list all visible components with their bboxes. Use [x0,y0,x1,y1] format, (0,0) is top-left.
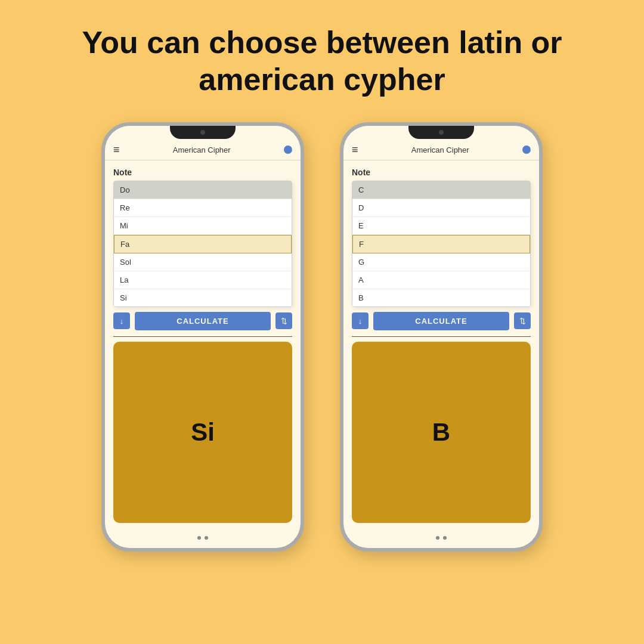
result-box-left: Si [113,342,292,523]
list-item[interactable]: La [114,271,292,289]
scroll-down-btn-right[interactable]: ↓ [352,312,369,329]
notch-dot-right [439,130,444,135]
toggle-left[interactable] [284,145,292,154]
headline-line1: You can choose between latin or [82,25,562,60]
divider-left [113,336,292,337]
list-item[interactable]: D [352,199,530,217]
result-box-right: B [352,342,531,523]
app-body-left: Note Do Re Mi Fa Sol La Si ↓ CALCULATE ⇅ [105,160,301,531]
hamburger-icon-right[interactable]: ≡ [352,144,358,156]
notch-right [408,126,474,139]
controls-row-right: ↓ CALCULATE ⇅ [352,312,531,330]
list-item[interactable]: Si [114,289,292,306]
screen-left: ≡ American Cipher Note Do Re Mi Fa Sol L… [105,126,301,548]
list-item[interactable]: Do [114,181,292,199]
list-item[interactable]: Sol [114,253,292,271]
list-item[interactable]: B [352,289,530,306]
sort-btn-right[interactable]: ⇅ [514,312,531,329]
result-value-left: Si [191,418,215,447]
calculate-button-right[interactable]: CALCULATE [373,312,509,330]
phone-right: ≡ American Cipher Note C D E F G A B ↓ [340,122,543,552]
scroll-down-btn-left[interactable]: ↓ [113,312,130,329]
app-title-right: American Cipher [411,145,469,154]
notch-left [170,126,236,139]
notch-dot [200,130,205,135]
phones-container: ≡ American Cipher Note Do Re Mi Fa Sol L… [101,122,543,552]
calculate-button-left[interactable]: CALCULATE [135,312,271,330]
home-indicator-left [105,531,301,548]
app-body-right: Note C D E F G A B ↓ CALCULATE ⇅ B [343,160,539,531]
note-label-right: Note [352,168,531,177]
controls-row-left: ↓ CALCULATE ⇅ [113,312,292,330]
list-item[interactable]: C [352,181,530,199]
list-item[interactable]: E [352,217,530,235]
phone-left: ≡ American Cipher Note Do Re Mi Fa Sol L… [101,122,304,552]
headline-line2: american cypher [199,62,445,97]
list-item[interactable]: G [352,253,530,271]
result-value-right: B [432,418,450,447]
home-indicator-right [343,531,539,548]
sort-btn-left[interactable]: ⇅ [275,312,292,329]
list-item[interactable]: Mi [114,217,292,235]
note-label-left: Note [113,168,292,177]
dropdown-left: Do Re Mi Fa Sol La Si [113,181,292,307]
list-item[interactable]: Re [114,199,292,217]
screen-right: ≡ American Cipher Note C D E F G A B ↓ [343,126,539,548]
list-item[interactable]: A [352,271,530,289]
list-item[interactable]: Fa [114,235,292,253]
list-item[interactable]: F [352,235,530,253]
hamburger-icon-left[interactable]: ≡ [113,144,120,156]
dropdown-right: C D E F G A B [352,181,531,307]
app-title-left: American Cipher [173,145,231,154]
headline: You can choose between latin or american… [46,24,597,98]
toggle-right[interactable] [522,145,531,154]
divider-right [352,336,531,337]
